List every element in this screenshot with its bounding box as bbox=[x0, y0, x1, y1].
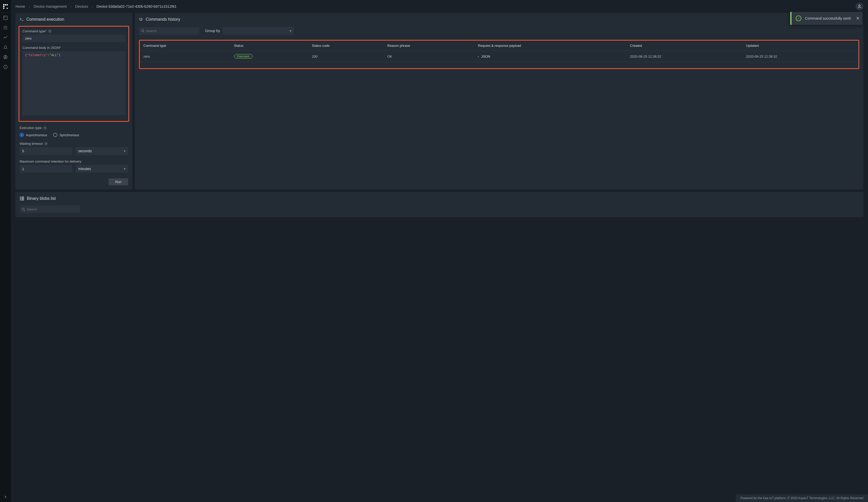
group-by-select[interactable]: ▾ bbox=[223, 27, 294, 34]
execution-type-label: Execution type ? bbox=[20, 126, 128, 130]
command-execution-title: Command execution bbox=[26, 17, 64, 22]
nav-help-icon[interactable]: ? bbox=[0, 62, 11, 72]
run-button[interactable]: Run bbox=[108, 178, 128, 185]
caret-right-icon: ▸ bbox=[478, 55, 479, 58]
help-icon[interactable]: ? bbox=[48, 29, 52, 33]
binary-blobs-title: Binary blobs list bbox=[27, 196, 56, 201]
col-status[interactable]: Status bbox=[230, 41, 309, 51]
history-table: Command type Status Status code Reason p… bbox=[140, 41, 858, 68]
cell-reason-phrase: OK bbox=[384, 51, 474, 62]
svg-rect-30 bbox=[21, 200, 24, 200]
chevron-right-icon: › bbox=[70, 4, 72, 9]
col-status-code[interactable]: Status code bbox=[308, 41, 384, 51]
svg-rect-0 bbox=[3, 4, 4, 6]
binary-blobs-panel: Binary blobs list bbox=[16, 192, 863, 217]
chevron-right-icon: › bbox=[92, 4, 93, 9]
waiting-timeout-input[interactable] bbox=[20, 147, 72, 155]
svg-rect-1 bbox=[5, 4, 6, 6]
max-retention-label: Maximum command retention for delivery bbox=[20, 160, 128, 163]
sidebar-expand-button[interactable] bbox=[0, 492, 11, 502]
toast-close-button[interactable]: ✕ bbox=[856, 16, 860, 21]
svg-point-31 bbox=[22, 208, 24, 210]
cell-command-type: zero bbox=[140, 51, 230, 62]
svg-line-32 bbox=[24, 210, 25, 211]
svg-point-10 bbox=[7, 26, 7, 27]
col-updated[interactable]: Updated bbox=[743, 41, 858, 51]
svg-rect-29 bbox=[20, 200, 21, 200]
command-execution-panel: Command execution Command type* ? Comman… bbox=[16, 13, 132, 190]
max-retention-unit-select[interactable]: minutes ▾ bbox=[76, 165, 128, 173]
history-search-wrap bbox=[139, 27, 199, 34]
command-type-label: Command type* ? bbox=[22, 29, 125, 33]
breadcrumb-device-management[interactable]: Device management bbox=[34, 4, 67, 9]
user-menu-button[interactable] bbox=[856, 2, 863, 10]
cell-updated: 2020-08-25 12:38:32 bbox=[743, 51, 858, 62]
nav-account-icon[interactable] bbox=[0, 52, 11, 62]
svg-point-12 bbox=[5, 27, 6, 28]
nav-apps-icon[interactable] bbox=[0, 23, 11, 32]
nav-dashboard-icon[interactable] bbox=[0, 13, 11, 23]
chevron-right-icon: › bbox=[29, 4, 30, 9]
main-content: Command execution Command type* ? Comman… bbox=[11, 13, 868, 502]
svg-rect-27 bbox=[20, 198, 21, 199]
execution-type-async-radio[interactable]: Asynchronous bbox=[20, 133, 47, 137]
cell-status-code: 200 bbox=[308, 51, 384, 62]
footer: Powered by the Kaa IoT platform, © 2020 … bbox=[736, 494, 868, 502]
svg-point-23 bbox=[142, 29, 144, 31]
max-retention-input[interactable] bbox=[20, 165, 72, 173]
svg-point-16 bbox=[7, 29, 7, 29]
history-row[interactable]: zero Executed 200 OK ▸ JSON 2020-08-25 1… bbox=[140, 51, 858, 62]
person-icon bbox=[857, 4, 861, 9]
col-reason-phrase[interactable]: Reason phrase bbox=[384, 41, 474, 51]
command-body-editor[interactable]: {"telemetry":"ALL"} bbox=[22, 51, 125, 115]
topbar: Home › Device management › Devices › Dev… bbox=[11, 0, 868, 13]
waiting-timeout-unit-select[interactable]: seconds ▾ bbox=[76, 147, 128, 155]
blobs-search-input[interactable] bbox=[25, 205, 78, 213]
svg-rect-4 bbox=[3, 8, 4, 9]
svg-point-9 bbox=[5, 26, 6, 27]
help-icon[interactable]: ? bbox=[44, 142, 48, 145]
terminal-icon bbox=[20, 17, 24, 21]
svg-point-11 bbox=[4, 27, 5, 28]
payload-toggle[interactable]: ▸ JSON bbox=[478, 54, 623, 58]
toast-message: Command successfully sent! bbox=[805, 16, 851, 20]
breadcrumb-devices[interactable]: Devices bbox=[75, 4, 88, 9]
waiting-timeout-label: Waiting timeout ? bbox=[20, 142, 128, 145]
svg-rect-7 bbox=[4, 17, 5, 18]
search-icon bbox=[141, 29, 144, 32]
execution-type-sync-radio[interactable]: Synchronous bbox=[53, 133, 79, 137]
check-circle-icon: ✓ bbox=[796, 16, 801, 21]
logo[interactable] bbox=[0, 0, 11, 13]
help-icon[interactable]: ? bbox=[43, 126, 47, 130]
nav-analytics-icon[interactable] bbox=[0, 32, 11, 42]
col-command-type[interactable]: Command type bbox=[140, 41, 230, 51]
nav-alerts-icon[interactable] bbox=[0, 42, 11, 52]
command-type-input[interactable] bbox=[22, 34, 125, 42]
history-icon bbox=[139, 17, 143, 21]
svg-rect-6 bbox=[3, 16, 7, 20]
logo-icon bbox=[3, 4, 8, 9]
svg-rect-26 bbox=[21, 197, 24, 198]
chevron-down-icon: ▾ bbox=[124, 167, 125, 171]
col-payload[interactable]: Request & response payload bbox=[474, 41, 627, 51]
history-search-input[interactable] bbox=[144, 27, 197, 34]
success-toast: ✓ Command successfully sent! ✕ bbox=[790, 12, 862, 25]
svg-point-13 bbox=[7, 27, 7, 28]
status-badge: Executed bbox=[234, 54, 253, 59]
cell-created: 2020-08-25 12:38:32 bbox=[627, 51, 743, 62]
list-icon bbox=[20, 196, 24, 201]
breadcrumb-home[interactable]: Home bbox=[16, 4, 25, 9]
svg-point-15 bbox=[5, 29, 6, 29]
col-created[interactable]: Created bbox=[627, 41, 743, 51]
breadcrumb: Home › Device management › Devices › Dev… bbox=[16, 4, 176, 9]
sidebar: ? bbox=[0, 0, 11, 502]
svg-point-14 bbox=[4, 29, 5, 29]
commands-history-panel: Commands history Group by ▾ bbox=[135, 13, 863, 190]
svg-rect-2 bbox=[7, 4, 8, 6]
svg-point-21 bbox=[859, 5, 860, 7]
svg-rect-3 bbox=[3, 6, 4, 7]
svg-line-24 bbox=[143, 31, 144, 32]
breadcrumb-current: Device b3da0a02-71e2-430b-b260-b971c1512… bbox=[96, 4, 177, 9]
search-icon bbox=[22, 208, 25, 211]
svg-text:?: ? bbox=[5, 66, 6, 68]
